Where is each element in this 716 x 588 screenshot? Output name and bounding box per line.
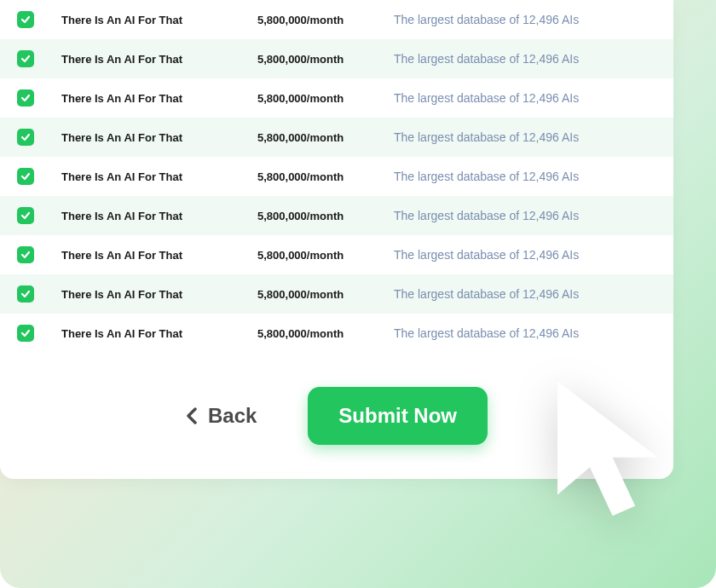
checkbox-cell [17,129,61,146]
check-icon [20,14,31,25]
table-row: There Is An AI For That5,800,000/monthTh… [0,196,673,235]
table-row: There Is An AI For That5,800,000/monthTh… [0,0,673,39]
page-container: There Is An AI For That5,800,000/monthTh… [0,0,716,588]
directory-name: There Is An AI For That [61,131,257,144]
directory-description: The largest database of 12,496 AIs [394,13,656,26]
table-row: There Is An AI For That5,800,000/monthTh… [0,118,673,157]
checkbox-cell [17,89,61,107]
table-row: There Is An AI For That5,800,000/monthTh… [0,235,673,274]
directory-description: The largest database of 12,496 AIs [394,91,656,105]
directory-name: There Is An AI For That [61,249,257,262]
directory-traffic: 5,800,000/month [257,92,394,105]
content-card: There Is An AI For That5,800,000/monthTh… [0,0,673,479]
back-button[interactable]: Back [186,404,257,428]
chevron-left-icon [186,407,198,424]
directory-description: The largest database of 12,496 AIs [394,326,656,340]
directory-name: There Is An AI For That [61,210,257,222]
checkbox[interactable] [17,325,34,342]
checkbox[interactable] [17,207,34,224]
checkbox[interactable] [17,89,34,107]
directory-traffic: 5,800,000/month [257,249,394,262]
checkbox[interactable] [17,246,34,263]
directory-traffic: 5,800,000/month [257,327,394,340]
checkbox-cell [17,285,61,303]
action-buttons: Back Submit Now [0,387,673,445]
checkbox-cell [17,168,61,185]
checkbox[interactable] [17,11,34,28]
directory-name: There Is An AI For That [61,327,257,340]
check-icon [20,289,31,299]
checkbox[interactable] [17,50,34,67]
checkbox-cell [17,11,61,28]
table-row: There Is An AI For That5,800,000/monthTh… [0,157,673,196]
directory-table: There Is An AI For That5,800,000/monthTh… [0,0,673,353]
check-icon [20,132,31,142]
check-icon [20,210,31,221]
directory-traffic: 5,800,000/month [257,288,394,301]
checkbox-cell [17,207,61,224]
back-button-label: Back [208,404,257,428]
directory-traffic: 5,800,000/month [257,53,394,66]
table-row: There Is An AI For That5,800,000/monthTh… [0,78,673,118]
directory-description: The largest database of 12,496 AIs [394,130,656,144]
directory-description: The largest database of 12,496 AIs [394,209,656,222]
submit-button[interactable]: Submit Now [308,387,488,445]
directory-name: There Is An AI For That [61,53,257,66]
table-row: There Is An AI For That5,800,000/monthTh… [0,314,673,353]
table-row: There Is An AI For That5,800,000/monthTh… [0,39,673,78]
directory-name: There Is An AI For That [61,14,257,26]
directory-traffic: 5,800,000/month [257,131,394,144]
checkbox-cell [17,325,61,342]
directory-description: The largest database of 12,496 AIs [394,248,656,262]
directory-traffic: 5,800,000/month [257,170,394,183]
checkbox[interactable] [17,168,34,185]
check-icon [20,250,31,260]
check-icon [20,54,31,64]
directory-name: There Is An AI For That [61,92,257,105]
checkbox[interactable] [17,285,34,303]
submit-button-label: Submit Now [338,404,457,427]
directory-traffic: 5,800,000/month [257,14,394,26]
directory-name: There Is An AI For That [61,288,257,301]
checkbox-cell [17,246,61,263]
directory-name: There Is An AI For That [61,170,257,183]
directory-description: The largest database of 12,496 AIs [394,287,656,301]
checkbox-cell [17,50,61,67]
directory-traffic: 5,800,000/month [257,210,394,222]
directory-description: The largest database of 12,496 AIs [394,52,656,66]
check-icon [20,328,31,338]
check-icon [20,171,31,182]
table-row: There Is An AI For That5,800,000/monthTh… [0,274,673,314]
check-icon [20,93,31,103]
directory-description: The largest database of 12,496 AIs [394,170,656,183]
checkbox[interactable] [17,129,34,146]
